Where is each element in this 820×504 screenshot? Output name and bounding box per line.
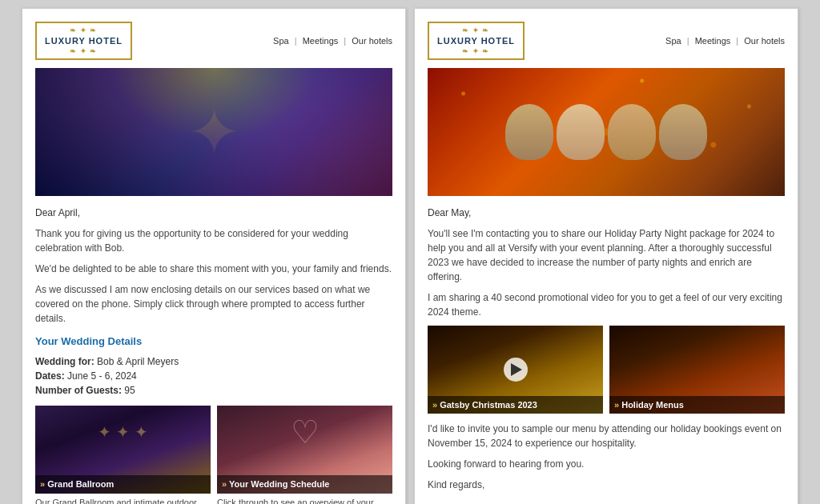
right-nav-sep2: | (736, 36, 738, 46)
left-intro-p2: We'd be delighted to be able to share th… (35, 262, 392, 276)
left-thumb1[interactable]: Grand Ballroom (35, 406, 211, 494)
right-video2-label: Holiday Menus (609, 396, 785, 414)
face-4 (659, 104, 707, 160)
left-wedding-for-label: Wedding for: (35, 356, 94, 367)
left-email-body: Dear April, Thank you for giving us the … (35, 206, 392, 504)
right-email-header: LUXURY HOTEL Spa | Meetings | Our hotels (428, 22, 785, 60)
right-intro-p1: You'll see I'm contacting you to share o… (428, 226, 785, 284)
left-section-title: Your Wedding Details (35, 334, 392, 350)
play-icon (511, 363, 522, 376)
party-faces (428, 68, 785, 196)
right-nav-hotels[interactable]: Our hotels (744, 36, 785, 46)
right-nav-meetings[interactable]: Meetings (695, 36, 731, 46)
right-nav: Spa | Meetings | Our hotels (665, 36, 785, 46)
right-closing-p1: I'd like to invite you to sample our men… (428, 422, 785, 450)
left-dates-label: Dates: (35, 370, 65, 382)
right-thumb2-col: Holiday Menus (609, 326, 785, 414)
face-2 (557, 104, 605, 160)
left-email-header: LUXURY HOTEL Spa | Meetings | Our hotels (35, 22, 392, 60)
left-thumb1-caption: Our Grand Ballroom and intimate outdoor … (35, 497, 211, 505)
left-nav-meetings[interactable]: Meetings (303, 36, 339, 46)
left-nav: Spa | Meetings | Our hotels (273, 36, 392, 46)
left-thumb2[interactable]: Your Wedding Schedule (217, 406, 392, 494)
left-logo: LUXURY HOTEL (35, 22, 132, 60)
right-intro-p2: I am sharing a 40 second promotional vid… (428, 290, 785, 319)
right-greeting: Dear May, (428, 206, 785, 220)
left-intro-p3: As we discussed I am now enclosing detai… (35, 282, 392, 326)
left-thumb2-col: Your Wedding Schedule Click through to s… (217, 406, 392, 505)
left-wedding-details: Wedding for: Bob & April Meyers Dates: J… (35, 354, 392, 398)
left-nav-sep1: | (295, 36, 297, 46)
right-nav-sep1: | (687, 36, 689, 46)
right-closing-p2: Looking forward to hearing from you. (428, 457, 785, 471)
left-guests-value: 95 (124, 385, 135, 396)
face-3 (608, 104, 656, 160)
left-nav-hotels[interactable]: Our hotels (352, 36, 392, 46)
right-logo: LUXURY HOTEL (428, 22, 525, 60)
left-dates-value: June 5 - 6, 2024 (67, 370, 137, 382)
left-greeting: Dear April, (35, 206, 392, 220)
right-email: LUXURY HOTEL Spa | Meetings | Our hotels… (414, 8, 798, 504)
left-thumbnails: Grand Ballroom Our Grand Ballroom and in… (35, 406, 392, 505)
right-logo-text: LUXURY HOTEL (437, 36, 515, 46)
right-closing-p3: Kind regards, (428, 478, 785, 492)
right-thumbnails: Gatsby Christmas 2023 Holiday Menus (428, 326, 785, 414)
left-nav-spa[interactable]: Spa (273, 36, 289, 46)
right-email-body: Dear May, You'll see I'm contacting you … (428, 206, 785, 492)
right-video1-label: Gatsby Christmas 2023 (428, 396, 603, 414)
left-intro-p1: Thank you for giving us the opportunity … (35, 226, 392, 255)
left-email: LUXURY HOTEL Spa | Meetings | Our hotels… (22, 8, 406, 504)
face-1 (505, 104, 553, 160)
left-guests-label: Number of Guests: (35, 385, 122, 396)
left-hero-image (35, 68, 392, 196)
left-logo-text: LUXURY HOTEL (45, 36, 123, 46)
left-nav-sep2: | (344, 36, 346, 46)
right-video-thumb2[interactable]: Holiday Menus (609, 326, 785, 414)
right-nav-spa[interactable]: Spa (665, 36, 681, 46)
left-thumb2-caption: Click through to see an overview of your… (217, 497, 392, 505)
play-button-gatsby[interactable] (504, 358, 528, 382)
left-thumb2-label: Your Wedding Schedule (217, 475, 392, 494)
right-hero-image (428, 68, 785, 196)
emails-wrapper: LUXURY HOTEL Spa | Meetings | Our hotels… (14, 0, 806, 504)
left-wedding-for-value: Bob & April Meyers (97, 356, 179, 367)
right-video-thumb1[interactable]: Gatsby Christmas 2023 (428, 326, 603, 414)
right-thumb1-col: Gatsby Christmas 2023 (428, 326, 603, 414)
left-thumb1-col: Grand Ballroom Our Grand Ballroom and in… (35, 406, 211, 505)
left-thumb1-label: Grand Ballroom (35, 475, 211, 494)
